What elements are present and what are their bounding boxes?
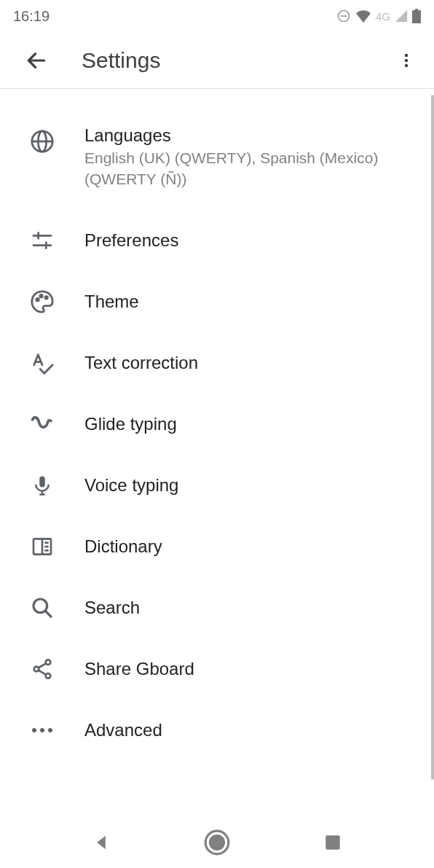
svg-point-38 <box>210 836 224 850</box>
dnd-icon <box>336 9 351 23</box>
settings-item-dictionary[interactable]: Dictionary <box>0 516 434 577</box>
share-icon <box>28 654 57 684</box>
app-bar: Settings <box>0 32 434 89</box>
settings-list: Languages English (UK) (QWERTY), Spanish… <box>0 89 434 761</box>
settings-item-subtitle: English (UK) (QWERTY), Spanish (Mexico) … <box>84 148 419 189</box>
settings-item-text-correction[interactable]: Text correction <box>0 332 434 394</box>
svg-point-31 <box>46 673 51 679</box>
settings-item-title: Languages <box>84 124 419 146</box>
palette-icon <box>28 287 57 316</box>
nav-back-button[interactable] <box>84 826 118 859</box>
mic-icon <box>28 471 57 500</box>
navigation-bar <box>0 817 434 868</box>
svg-line-28 <box>45 611 51 617</box>
svg-rect-2 <box>412 10 421 23</box>
back-button[interactable] <box>22 46 51 75</box>
settings-item-glide-typing[interactable]: Glide typing <box>0 394 434 455</box>
settings-item-advanced[interactable]: Advanced <box>0 700 434 761</box>
settings-item-title: Advanced <box>84 719 162 741</box>
svg-point-7 <box>405 63 408 66</box>
network-label: 4G <box>376 10 390 23</box>
dots-icon <box>28 716 57 745</box>
battery-icon <box>412 9 421 23</box>
svg-rect-3 <box>415 9 418 11</box>
svg-point-30 <box>34 667 39 672</box>
settings-item-search[interactable]: Search <box>0 577 434 638</box>
settings-item-share[interactable]: Share Gboard <box>0 638 434 700</box>
cell-icon <box>395 9 408 23</box>
sliders-icon <box>28 226 57 255</box>
globe-icon <box>28 127 57 156</box>
scroll-indicator <box>431 95 434 780</box>
settings-item-voice-typing[interactable]: Voice typing <box>0 455 434 516</box>
page-title: Settings <box>82 48 392 73</box>
svg-point-34 <box>32 728 36 732</box>
settings-item-theme[interactable]: Theme <box>0 271 434 332</box>
svg-rect-19 <box>39 476 45 487</box>
settings-item-title: Share Gboard <box>84 657 194 680</box>
settings-item-title: Dictionary <box>84 535 162 558</box>
book-icon <box>28 532 57 561</box>
svg-rect-39 <box>326 835 340 850</box>
status-time: 16:19 <box>13 8 50 25</box>
svg-point-36 <box>48 728 52 732</box>
settings-item-preferences[interactable]: Preferences <box>0 210 434 271</box>
svg-point-35 <box>40 728 44 732</box>
gesture-icon <box>28 410 57 439</box>
svg-line-32 <box>39 663 46 668</box>
more-options-button[interactable] <box>392 46 421 75</box>
settings-item-title: Glide typing <box>84 413 177 435</box>
wifi-icon <box>355 9 371 23</box>
svg-point-29 <box>46 660 51 665</box>
svg-point-17 <box>45 297 47 299</box>
spellcheck-icon <box>28 348 57 378</box>
svg-point-16 <box>40 294 42 297</box>
nav-home-button[interactable] <box>200 826 234 859</box>
settings-item-languages[interactable]: Languages English (UK) (QWERTY), Spanish… <box>0 103 434 210</box>
settings-item-title: Theme <box>84 290 139 313</box>
status-bar: 16:19 4G <box>0 0 434 32</box>
svg-point-15 <box>36 298 39 300</box>
settings-item-title: Preferences <box>84 229 178 251</box>
settings-item-title: Voice typing <box>84 474 178 496</box>
search-icon <box>28 593 57 622</box>
status-right: 4G <box>336 9 421 23</box>
svg-line-33 <box>39 670 46 675</box>
svg-point-5 <box>405 53 408 56</box>
settings-item-title: Text correction <box>84 351 198 374</box>
settings-item-title: Search <box>84 596 140 619</box>
nav-recent-button[interactable] <box>316 826 350 859</box>
svg-point-6 <box>405 58 408 61</box>
